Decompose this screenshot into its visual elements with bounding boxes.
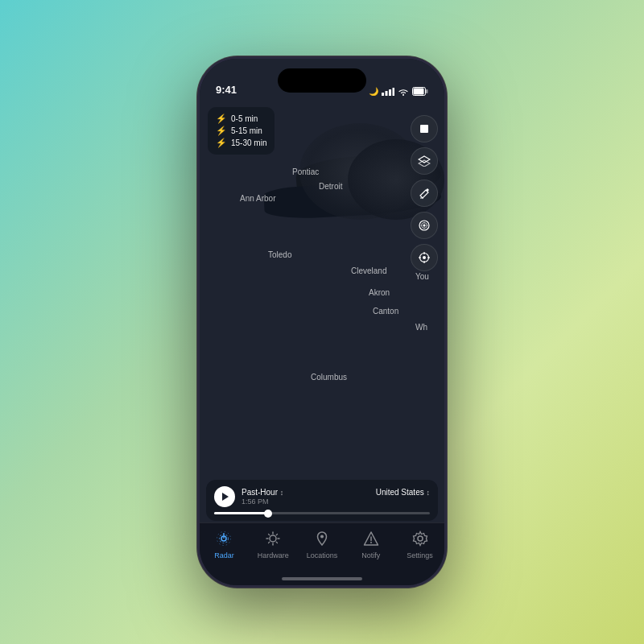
tab-settings-label: Settings xyxy=(407,551,433,559)
status-icons: 🌙 xyxy=(369,87,428,96)
tab-hardware[interactable]: Hardware xyxy=(249,530,298,559)
dynamic-island xyxy=(278,68,366,93)
power-button xyxy=(444,171,447,220)
home-indicator xyxy=(282,577,362,580)
tab-bar: Radar Hardware Locations xyxy=(200,522,444,585)
tab-notify-label: Notify xyxy=(361,551,380,559)
location-button[interactable] xyxy=(411,244,438,271)
svg-rect-5 xyxy=(426,89,428,93)
hardware-tab-icon xyxy=(264,530,282,550)
tab-radar[interactable]: Radar xyxy=(200,530,249,559)
svg-point-30 xyxy=(418,536,423,541)
phone-frame: Pontiac Ann Arbor Detroit Toledo Clevela… xyxy=(197,56,447,588)
radar-zone-button[interactable] xyxy=(411,212,438,239)
legend-label-15-30: 15-30 min xyxy=(231,138,266,147)
svg-rect-2 xyxy=(389,89,391,96)
svg-rect-6 xyxy=(414,89,424,95)
legend-item-5-15: ⚡ 5-15 min xyxy=(216,126,266,136)
tab-hardware-label: Hardware xyxy=(258,551,289,559)
svg-marker-9 xyxy=(419,160,430,167)
playback-info: Past-Hour ↕ United States ↕ 1:56 PM xyxy=(242,488,430,506)
progress-handle[interactable] xyxy=(264,510,272,518)
radar-tab-icon xyxy=(215,530,233,550)
tab-locations[interactable]: Locations xyxy=(298,530,347,559)
tab-notify[interactable]: Notify xyxy=(346,530,395,559)
settings-tab-icon xyxy=(411,530,429,550)
lightning-icon-green: ⚡ xyxy=(216,138,227,148)
side-controls xyxy=(411,115,438,271)
stop-button[interactable] xyxy=(411,115,438,142)
svg-point-26 xyxy=(320,535,324,539)
moon-icon: 🌙 xyxy=(369,87,378,96)
playback-top: Past-Hour ↕ United States ↕ 1:56 PM xyxy=(214,486,430,507)
playback-mode[interactable]: Past-Hour ↕ xyxy=(242,488,283,497)
legend-item-0-5: ⚡ 0-5 min xyxy=(216,114,266,124)
lightning-icon-yellow: ⚡ xyxy=(216,126,227,136)
locations-tab-icon xyxy=(313,530,331,550)
tab-locations-label: Locations xyxy=(307,551,338,559)
svg-rect-1 xyxy=(386,91,388,96)
wifi-icon xyxy=(398,88,409,96)
playback-bar[interactable]: Past-Hour ↕ United States ↕ 1:56 PM xyxy=(206,480,438,521)
svg-point-29 xyxy=(370,542,372,543)
play-icon xyxy=(222,493,229,501)
signal-icon xyxy=(382,88,394,96)
progress-fill xyxy=(214,512,268,514)
playback-region[interactable]: United States ↕ xyxy=(376,488,430,497)
svg-point-25 xyxy=(270,535,276,542)
svg-rect-3 xyxy=(393,88,395,96)
svg-rect-7 xyxy=(420,125,428,133)
legend-label-0-5: 0-5 min xyxy=(231,114,258,123)
svg-marker-8 xyxy=(419,156,430,163)
notify-tab-icon xyxy=(362,530,380,550)
tab-radar-label: Radar xyxy=(214,551,234,559)
legend-label-5-15: 5-15 min xyxy=(231,126,262,135)
svg-point-17 xyxy=(423,256,426,259)
progress-bar[interactable] xyxy=(214,512,430,514)
playback-labels: Past-Hour ↕ United States ↕ xyxy=(242,488,430,497)
battery-icon xyxy=(412,87,428,96)
lightning-icon-red: ⚡ xyxy=(216,114,227,124)
playback-time: 1:56 PM xyxy=(242,497,430,506)
legend-item-15-30: ⚡ 15-30 min xyxy=(216,138,266,148)
edit-button[interactable] xyxy=(411,180,438,207)
play-button[interactable] xyxy=(214,486,235,507)
svg-rect-0 xyxy=(382,93,384,96)
tab-settings[interactable]: Settings xyxy=(395,530,444,559)
legend-box: ⚡ 0-5 min ⚡ 5-15 min ⚡ 15-30 min xyxy=(208,107,275,155)
layers-button[interactable] xyxy=(411,147,438,175)
